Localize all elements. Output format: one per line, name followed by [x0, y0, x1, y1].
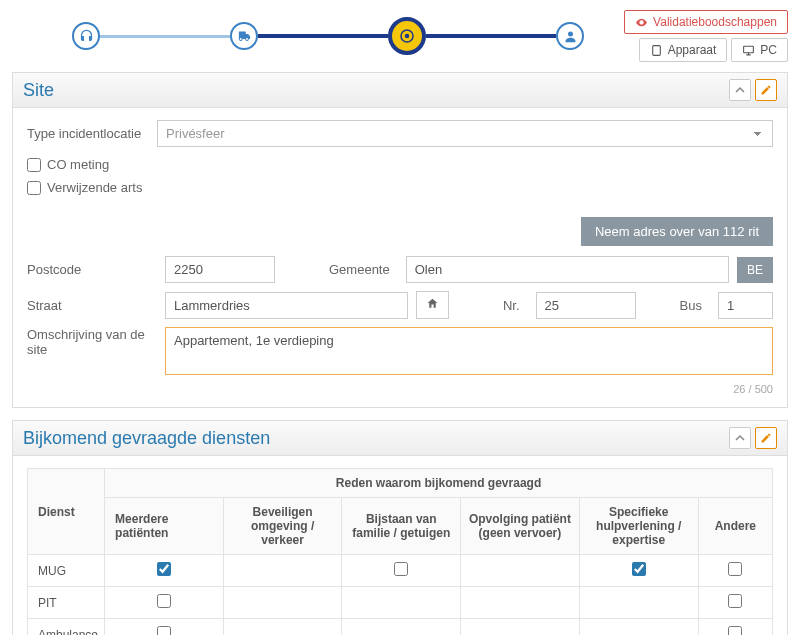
co-meting-checkbox[interactable]: CO meting — [27, 157, 773, 172]
checkbox-cell — [461, 555, 580, 587]
validation-messages-button[interactable]: Validatieboodschappen — [624, 10, 788, 34]
step-connector — [258, 34, 388, 38]
postcode-label: Postcode — [27, 262, 157, 277]
checkbox-cell — [698, 555, 772, 587]
chevron-up-icon — [735, 433, 745, 443]
step-connector — [426, 34, 556, 38]
service-checkbox[interactable] — [394, 562, 408, 576]
services-panel: Bijkomend gevraagde diensten Dienst Rede… — [12, 420, 788, 635]
take-address-button[interactable]: Neem adres over van 112 rit — [581, 217, 773, 246]
collapse-button[interactable] — [729, 79, 751, 101]
service-checkbox[interactable] — [728, 562, 742, 576]
panel-header: Bijkomend gevraagde diensten — [13, 421, 787, 456]
service-name-cell: Ambulance — [28, 619, 105, 636]
service-checkbox[interactable] — [157, 626, 171, 635]
pencil-icon — [760, 84, 772, 96]
checkbox-label: CO meting — [47, 157, 109, 172]
home-button[interactable] — [416, 291, 449, 319]
checkbox-cell — [223, 619, 342, 636]
button-label: Validatieboodschappen — [653, 15, 777, 29]
co-meting-input[interactable] — [27, 158, 41, 172]
pencil-icon — [760, 432, 772, 444]
reason-header: Reden waarom bijkomend gevraagd — [105, 469, 773, 498]
checkbox-cell — [342, 555, 461, 587]
checkbox-cell — [223, 587, 342, 619]
column-header: Meerdere patiënten — [105, 498, 224, 555]
site-description-textarea[interactable] — [165, 327, 773, 375]
nr-label: Nr. — [495, 298, 528, 313]
straat-label: Straat — [27, 298, 157, 313]
step-2[interactable] — [230, 22, 258, 50]
target-icon — [398, 27, 416, 45]
gemeente-label: Gemeente — [321, 262, 398, 277]
svg-point-1 — [405, 34, 410, 39]
step-connector — [100, 35, 230, 38]
panel-body: Type incidentlocatie Privésfeer CO metin… — [13, 108, 787, 407]
gemeente-input[interactable] — [406, 256, 729, 283]
service-checkbox[interactable] — [157, 594, 171, 608]
checkbox-cell — [223, 555, 342, 587]
column-header: Opvolging patiënt (geen vervoer) — [461, 498, 580, 555]
panel-body: Dienst Reden waarom bijkomend gevraagd M… — [13, 456, 787, 635]
type-incident-select[interactable]: Privésfeer — [157, 120, 773, 147]
edit-button[interactable] — [755, 427, 777, 449]
top-bar: Validatieboodschappen Apparaat PC — [12, 10, 788, 62]
checkbox-cell — [579, 619, 698, 636]
site-panel: Site Type incidentlocatie Privésfeer CO … — [12, 72, 788, 408]
button-label: Apparaat — [668, 43, 717, 57]
table-row: PIT — [28, 587, 773, 619]
step-3-active[interactable] — [388, 17, 426, 55]
verwijzende-arts-checkbox[interactable]: Verwijzende arts — [27, 180, 773, 195]
service-checkbox[interactable] — [632, 562, 646, 576]
column-header: Andere — [698, 498, 772, 555]
service-checkbox[interactable] — [157, 562, 171, 576]
table-row: Ambulance — [28, 619, 773, 636]
checkbox-cell — [105, 587, 224, 619]
column-header: Bijstaan van familie / getuigen — [342, 498, 461, 555]
straat-input[interactable] — [165, 292, 408, 319]
bus-input[interactable] — [718, 292, 773, 319]
checkbox-cell — [698, 619, 772, 636]
svg-rect-4 — [744, 46, 754, 53]
checkbox-cell — [461, 587, 580, 619]
checkbox-cell — [342, 619, 461, 636]
svg-rect-3 — [652, 45, 660, 55]
panel-title: Bijkomend gevraagde diensten — [23, 428, 725, 449]
top-buttons: Validatieboodschappen Apparaat PC — [624, 10, 788, 62]
checkbox-label: Verwijzende arts — [47, 180, 142, 195]
checkbox-cell — [105, 619, 224, 636]
dienst-header: Dienst — [28, 469, 105, 555]
bus-label: Bus — [672, 298, 710, 313]
monitor-icon — [742, 44, 755, 57]
step-1[interactable] — [72, 22, 100, 50]
chevron-up-icon — [735, 85, 745, 95]
checkbox-cell — [579, 555, 698, 587]
services-table: Dienst Reden waarom bijkomend gevraagd M… — [27, 468, 773, 635]
column-header: Specifieke hulpverlening / expertise — [579, 498, 698, 555]
nr-input[interactable] — [536, 292, 636, 319]
progress-stepper — [12, 17, 624, 55]
checkbox-cell — [342, 587, 461, 619]
service-checkbox[interactable] — [728, 594, 742, 608]
user-icon — [563, 29, 578, 44]
home-icon — [426, 297, 439, 310]
verwijzende-arts-input[interactable] — [27, 181, 41, 195]
postcode-input[interactable] — [165, 256, 275, 283]
headset-icon — [79, 29, 94, 44]
edit-button[interactable] — [755, 79, 777, 101]
service-checkbox[interactable] — [728, 626, 742, 635]
step-4[interactable] — [556, 22, 584, 50]
checkbox-cell — [105, 555, 224, 587]
country-button[interactable]: BE — [737, 257, 773, 283]
table-row: MUG — [28, 555, 773, 587]
char-counter: 26 / 500 — [27, 383, 773, 395]
device-button[interactable]: Apparaat — [639, 38, 728, 62]
service-name-cell: MUG — [28, 555, 105, 587]
tablet-icon — [650, 44, 663, 57]
eye-icon — [635, 16, 648, 29]
service-name-cell: PIT — [28, 587, 105, 619]
column-header: Beveiligen omgeving / verkeer — [223, 498, 342, 555]
pc-button[interactable]: PC — [731, 38, 788, 62]
collapse-button[interactable] — [729, 427, 751, 449]
truck-icon — [237, 29, 252, 44]
